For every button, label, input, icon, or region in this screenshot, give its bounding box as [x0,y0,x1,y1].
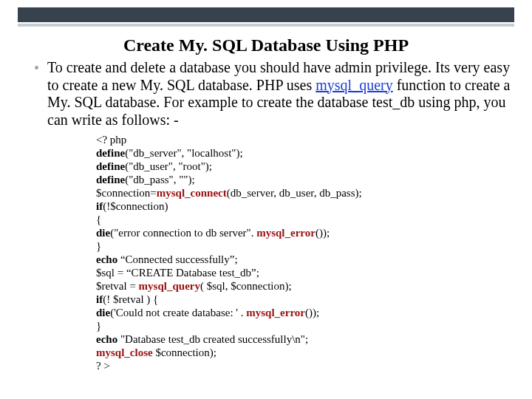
code-line: define("db_server", "localhost"); [96,146,502,160]
code-line: ? > [96,359,502,372]
code-line: if(! $retval ) { [96,293,502,306]
code-line: echo "Database test_db created successfu… [96,332,502,346]
code-line: $retval = mysql_query( $sql, $connection… [96,279,502,293]
body-text: • To create and delete a database you sh… [34,59,511,129]
code-line: echo “Connected successfully”; [96,253,502,266]
code-line: mysql_close $connection); [96,346,502,359]
code-line: define("db_user", "root"); [96,160,502,173]
bullet-item: • To create and delete a database you sh… [34,59,511,129]
code-line: if(!$connection) [96,200,502,213]
code-line: <? php [96,133,502,146]
top-bar-light [18,24,514,27]
code-block: <? php define("db_server", "localhost");… [96,133,502,372]
code-line: $sql = “CREATE Database test_db”; [96,266,502,279]
code-line: die("error connection to db server". mys… [96,226,502,239]
slide-title: Create My. SQL Database Using PHP [0,35,532,55]
code-line: $connection=mysql_connect(db_server, db_… [96,186,502,200]
slide: Create My. SQL Database Using PHP • To c… [0,0,532,399]
code-line: } [96,319,502,332]
code-line: die('Could not create database: ' . mysq… [96,306,502,319]
bullet-dot: • [34,59,47,77]
bullet-text: To create and delete a database you shou… [47,59,511,129]
mysql-query-link[interactable]: mysql_query [316,77,392,93]
code-line: { [96,213,502,226]
top-bar-dark [18,7,514,22]
code-line: define("db_pass", ""); [96,173,502,186]
code-line: } [96,239,502,253]
